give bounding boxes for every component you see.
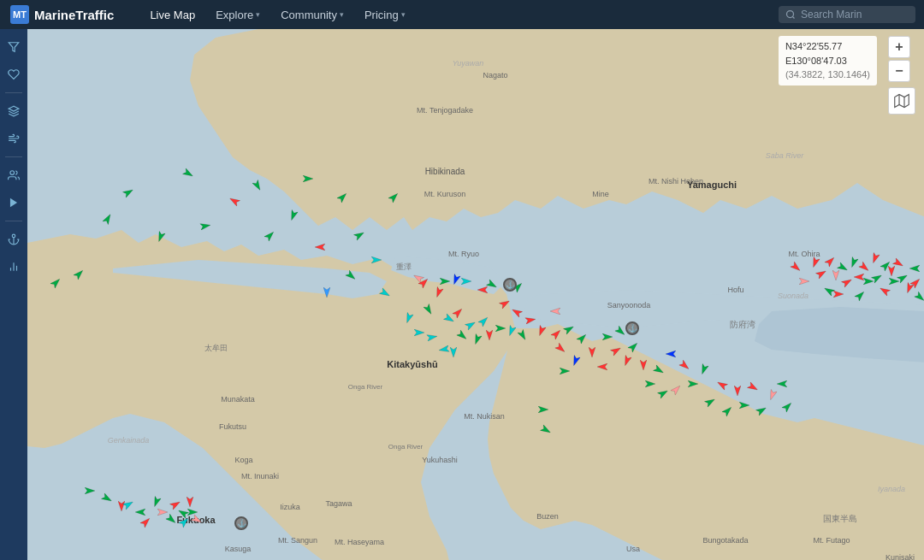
svg-marker-179 (895, 95, 909, 108)
svg-marker-117 (640, 360, 647, 370)
ship-icon (597, 363, 607, 370)
port-marker-fukuoka[interactable]: ⚓ (234, 516, 248, 530)
svg-marker-2 (9, 43, 19, 52)
zoom-in-button[interactable]: + (888, 36, 910, 58)
svg-marker-110 (589, 347, 595, 357)
ship-icon (157, 509, 168, 516)
svg-marker-106 (560, 368, 570, 374)
svg-line-1 (792, 16, 794, 18)
map-controls: + − (888, 36, 915, 115)
play-button[interactable] (3, 192, 25, 214)
svg-marker-143 (833, 291, 844, 298)
ship-icon (315, 244, 325, 251)
map-type-icon (894, 93, 909, 109)
navbar: MT MarineTraffic Live Map Explore ▾ Comm… (0, 0, 924, 29)
svg-marker-111 (597, 363, 607, 370)
ship-icon (187, 497, 193, 507)
svg-marker-93 (495, 325, 506, 332)
svg-text:Bungotakada: Bungotakada (702, 536, 748, 545)
coords-dd: (34.3822, 130.1464) (785, 68, 870, 82)
logo-icon: MT (10, 5, 29, 24)
filter-button[interactable] (3, 36, 25, 58)
logo-area[interactable]: MT MarineTraffic (0, 5, 124, 24)
people-button[interactable] (3, 164, 25, 186)
svg-text:Usa: Usa (626, 545, 640, 553)
ship-icon (640, 360, 647, 370)
nav-pricing[interactable]: Pricing ▾ (356, 5, 414, 25)
svg-marker-160 (909, 265, 920, 272)
svg-text:Suonada: Suonada (778, 292, 808, 300)
svg-marker-124 (688, 380, 698, 387)
community-chevron-icon: ▾ (340, 10, 344, 19)
nav-explore[interactable]: Explore ▾ (207, 5, 269, 25)
svg-text:Sanyoonoda: Sanyoonoda (607, 301, 651, 309)
ship-icon (645, 380, 655, 387)
svg-marker-82 (450, 347, 457, 357)
nav-livemap[interactable]: Live Map (141, 5, 204, 25)
svg-marker-5 (10, 198, 17, 208)
ship-icon (450, 347, 457, 357)
ship-icon (734, 386, 741, 396)
port-marker-kanmon[interactable]: ⚓ (503, 278, 517, 292)
search-input[interactable] (801, 9, 903, 21)
svg-text:Kunisaki: Kunisaki (886, 553, 915, 560)
sidebar-divider-2 (5, 156, 22, 157)
ship-icon (550, 308, 560, 315)
svg-text:Yamaguchi: Yamaguchi (687, 180, 737, 190)
play-icon (8, 197, 20, 209)
pricing-chevron-icon: ▾ (401, 10, 406, 19)
svg-text:Onga River: Onga River (348, 383, 383, 391)
ship-icon (538, 406, 548, 413)
people-icon (8, 169, 20, 181)
svg-text:Mt. Haseyama: Mt. Haseyama (335, 538, 384, 546)
svg-text:Iyanada: Iyanada (878, 485, 905, 493)
svg-text:Mt. Kuruson: Mt. Kuruson (424, 190, 466, 198)
search-area[interactable] (779, 6, 915, 23)
svg-marker-176 (187, 497, 193, 507)
lat-dd: 34.3822 (789, 69, 823, 80)
favorites-button[interactable] (3, 63, 25, 85)
stats-button[interactable] (3, 256, 25, 278)
svg-marker-130 (739, 402, 749, 409)
anchor-button[interactable] (3, 228, 25, 251)
svg-point-4 (10, 171, 15, 175)
zoom-out-button[interactable]: − (888, 60, 910, 82)
svg-text:Mt. Nukisan: Mt. Nukisan (464, 412, 505, 421)
svg-marker-101 (538, 406, 548, 413)
svg-text:太牟田: 太牟田 (204, 344, 228, 352)
map-background: Hibikinada Mt. Tenjogadake Mt. Kuruson M… (27, 29, 924, 560)
svg-text:Mt. Inunaki: Mt. Inunaki (241, 472, 279, 480)
svg-text:Mt. Sangun: Mt. Sangun (278, 536, 317, 545)
sidebar-divider-3 (5, 221, 22, 221)
coordinate-display: N34°22'55.77 E130°08'47.03 (34.3822, 130… (779, 36, 877, 85)
ship-icon (739, 402, 749, 409)
svg-text:Munakata: Munakata (221, 395, 255, 404)
port-marker-hofu[interactable]: ⚓ (625, 321, 639, 335)
weather-button[interactable] (3, 127, 25, 150)
map[interactable]: Hibikinada Mt. Tenjogadake Mt. Kuruson M… (27, 29, 924, 560)
svg-marker-69 (371, 256, 382, 263)
layers-button[interactable] (3, 100, 25, 122)
ship-icon (832, 270, 839, 280)
svg-text:Tagawa: Tagawa (325, 499, 352, 508)
svg-marker-66 (323, 287, 330, 298)
map-type-button[interactable] (888, 87, 915, 115)
svg-marker-121 (666, 351, 676, 357)
svg-text:重澤: 重澤 (396, 262, 412, 271)
chart-icon (8, 261, 20, 273)
ship-icon (888, 266, 895, 276)
nav-community[interactable]: Community ▾ (272, 5, 352, 25)
svg-text:国東半島: 国東半島 (823, 514, 857, 523)
ship-icon (833, 291, 844, 298)
svg-marker-64 (315, 244, 325, 251)
lat-dms: N34°22'55.77 (785, 39, 870, 54)
svg-marker-129 (734, 386, 741, 396)
svg-text:Yukuhashi: Yukuhashi (422, 456, 458, 464)
ship-icon (461, 278, 471, 285)
svg-text:Koga: Koga (234, 456, 252, 464)
ship-icon (560, 368, 570, 374)
filter-icon (8, 41, 20, 53)
svg-text:Iizuka: Iizuka (280, 503, 300, 511)
svg-marker-134 (777, 380, 787, 387)
svg-point-0 (787, 11, 794, 18)
